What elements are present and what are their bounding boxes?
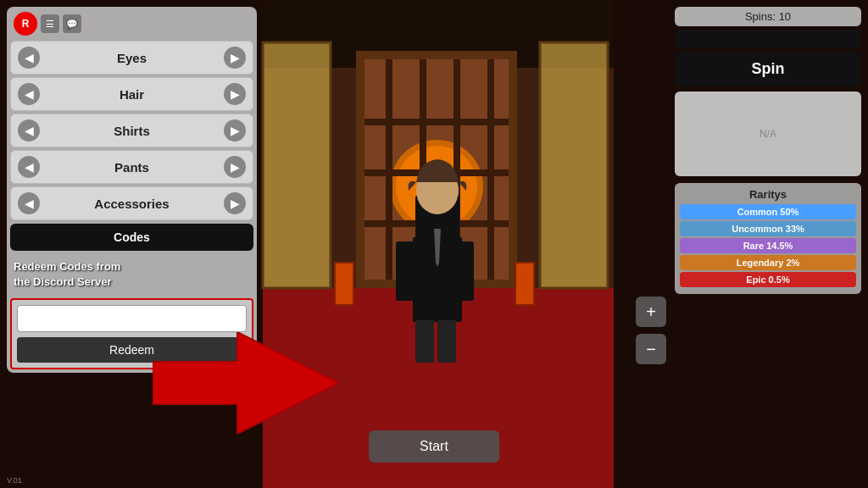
rarities-title: Raritys xyxy=(680,188,856,201)
roblox-logo: R xyxy=(14,12,37,36)
rarity-uncommon: Uncommon 33% xyxy=(680,221,856,236)
eyes-row: ◀ Eyes ▶ xyxy=(10,41,253,75)
svg-rect-31 xyxy=(437,320,456,363)
svg-rect-21 xyxy=(335,263,353,305)
hair-next-btn[interactable]: ▶ xyxy=(224,83,246,105)
rarity-rare: Rare 14.5% xyxy=(680,238,856,253)
rarities-section: Raritys Common 50% Uncommon 33% Rare 14.… xyxy=(675,183,861,294)
spin-black-bar xyxy=(675,30,861,48)
panel-header: R ☰ 💬 xyxy=(10,10,253,37)
rarity-legendary: Legendary 2% xyxy=(680,255,856,270)
spins-label: Spins: 10 xyxy=(745,10,791,23)
accessories-prev-btn[interactable]: ◀ xyxy=(18,192,40,214)
spin-button[interactable]: Spin xyxy=(675,52,861,86)
svg-rect-29 xyxy=(455,241,474,301)
shirts-next-btn[interactable]: ▶ xyxy=(224,119,246,141)
codes-label: Codes xyxy=(114,230,150,244)
redeem-text: Redeem Codes fromthe Discord Server xyxy=(10,254,253,295)
pants-next-btn[interactable]: ▶ xyxy=(224,156,246,178)
spins-display: Spins: 10 xyxy=(675,7,861,26)
svg-rect-28 xyxy=(396,241,415,301)
pants-label: Pants xyxy=(40,160,224,175)
svg-rect-23 xyxy=(515,263,534,305)
minus-button[interactable]: − xyxy=(636,334,666,364)
eyes-label: Eyes xyxy=(40,51,224,65)
refresh-button[interactable]: ↻ xyxy=(263,361,305,403)
plus-button[interactable]: + xyxy=(636,297,666,327)
codes-bar[interactable]: Codes xyxy=(10,224,253,251)
accessories-row: ◀ Accessories ▶ xyxy=(10,186,253,220)
chat-icon[interactable]: 💬 xyxy=(63,14,81,33)
shirts-row: ◀ Shirts ▶ xyxy=(10,114,253,147)
start-button[interactable]: Start xyxy=(369,430,499,463)
svg-rect-30 xyxy=(415,320,434,363)
redeem-box: Redeem xyxy=(10,298,253,369)
accessories-label: Accessories xyxy=(40,197,224,211)
shirts-label: Shirts xyxy=(40,124,224,138)
rarity-epic: Epic 0.5% xyxy=(680,272,856,287)
version-label: V.01 xyxy=(7,476,22,485)
spin-result-display: N/A xyxy=(675,92,861,176)
svg-rect-16 xyxy=(364,119,509,125)
eyes-prev-btn[interactable]: ◀ xyxy=(18,47,40,69)
svg-rect-19 xyxy=(540,42,608,288)
rarity-common: Common 50% xyxy=(680,204,856,219)
menu-icon[interactable]: ☰ xyxy=(41,14,59,33)
shirts-prev-btn[interactable]: ◀ xyxy=(18,119,40,141)
header-icons: ☰ 💬 xyxy=(41,14,81,33)
svg-rect-6 xyxy=(263,42,331,288)
hair-prev-btn[interactable]: ◀ xyxy=(18,83,40,105)
hair-row: ◀ Hair ▶ xyxy=(10,77,253,111)
hair-label: Hair xyxy=(40,87,224,102)
redeem-button[interactable]: Redeem xyxy=(17,337,247,363)
accessories-next-btn[interactable]: ▶ xyxy=(224,192,246,214)
eyes-next-btn[interactable]: ▶ xyxy=(224,47,246,69)
right-panel: Spins: 10 Spin N/A Raritys Common 50% Un… xyxy=(675,7,861,294)
redeem-input[interactable] xyxy=(17,305,247,332)
pants-row: ◀ Pants ▶ xyxy=(10,150,253,184)
left-panel: R ☰ 💬 ◀ Eyes ▶ ◀ Hair ▶ ◀ Shirts ▶ ◀ Pan… xyxy=(7,7,257,373)
pants-prev-btn[interactable]: ◀ xyxy=(18,156,40,178)
refresh-icon: ↻ xyxy=(276,371,292,393)
spin-result-text: N/A xyxy=(760,128,776,140)
